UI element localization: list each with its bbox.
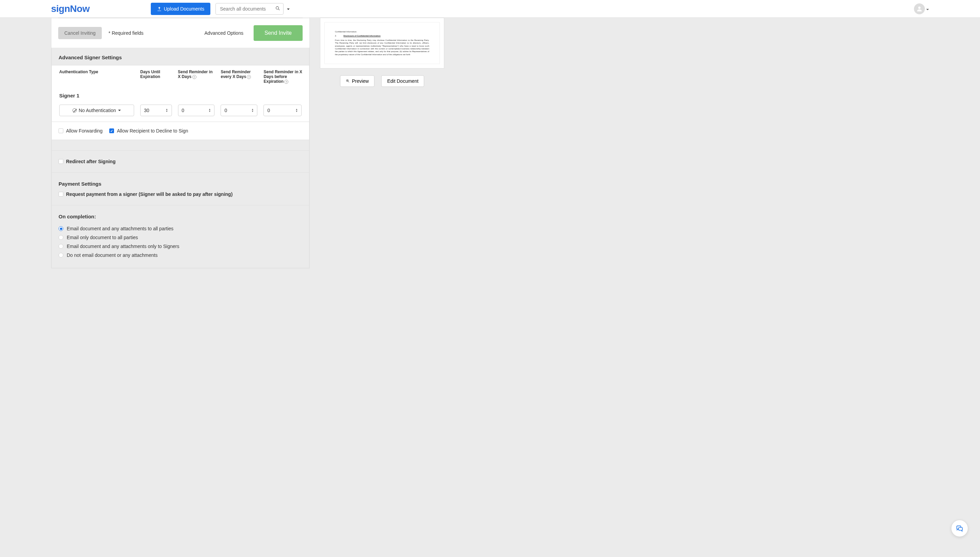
col-reminder-in: Send Reminder in X Days?: [175, 66, 217, 87]
radio-label: Email document and any attachments only …: [67, 244, 179, 249]
doc-item-title: Disclosure of Confidential Information: [344, 34, 381, 37]
completion-option-3[interactable]: Do not email document or any attachments: [58, 251, 302, 260]
preview-actions: Preview Edit Document: [320, 75, 444, 87]
spinner-arrows[interactable]: ▲▼: [295, 108, 298, 112]
preview-button[interactable]: Preview: [340, 75, 375, 87]
edit-document-button[interactable]: Edit Document: [381, 75, 424, 87]
checkbox-icon: [58, 159, 63, 164]
payment-section: Payment Settings Request payment from a …: [52, 173, 309, 205]
radio-icon: [58, 244, 63, 249]
input-value: 0: [224, 107, 227, 113]
radio-label: Email only document to all parties: [67, 235, 138, 240]
signer-settings-table: Authentication Type Days Until Expiratio…: [52, 65, 309, 122]
button-label: Edit Document: [387, 78, 419, 84]
user-menu[interactable]: [914, 3, 929, 14]
reminder-in-x-input[interactable]: 0 ▲▼: [178, 104, 215, 116]
help-icon[interactable]: ?: [192, 75, 196, 79]
col-reminder-every: Send Reminder every X Days?: [218, 66, 260, 87]
input-value: 0: [182, 107, 185, 113]
signer-checkbox-row: Allow Forwarding Allow Recipient to Decl…: [52, 122, 309, 140]
checkbox-label: Redirect after Signing: [66, 159, 115, 164]
authentication-type-select[interactable]: No Authentication: [59, 104, 134, 116]
signer-label: Signer 1: [52, 88, 308, 101]
auth-value: No Authentication: [79, 107, 116, 113]
col-days-exp: Days Until Expiration: [138, 66, 175, 87]
reminder-before-exp-input[interactable]: 0 ▲▼: [263, 104, 302, 116]
search-wrap: [216, 3, 292, 15]
checkbox-icon: [58, 192, 63, 197]
document-page: Confidential Information. 2. Disclosure …: [325, 22, 440, 64]
reminder-every-x-input[interactable]: 0 ▲▼: [221, 104, 257, 116]
upload-label: Upload Documents: [164, 6, 204, 11]
checkbox-label: Allow Forwarding: [66, 128, 102, 134]
app-header: signNow Upload Documents: [0, 0, 980, 18]
no-auth-icon: [73, 108, 76, 112]
spinner-arrows[interactable]: ▲▼: [209, 108, 211, 112]
allow-decline-checkbox[interactable]: Allow Recipient to Decline to Sign: [109, 128, 188, 134]
cancel-inviting-button[interactable]: Cancel Inviting: [58, 27, 102, 39]
svg-line-6: [348, 81, 349, 83]
redirect-section: Redirect after Signing: [52, 150, 309, 173]
allow-forwarding-checkbox[interactable]: Allow Forwarding: [58, 128, 102, 134]
spinner-arrows[interactable]: ▲▼: [166, 108, 168, 112]
checkbox-label: Request payment from a signer (Signer wi…: [66, 191, 232, 197]
radio-label: Do not email document or any attachments: [67, 252, 157, 258]
radio-icon: [58, 226, 63, 231]
doc-para: From time to time, the Disclosing Party …: [335, 39, 429, 56]
col-reminder-before-exp: Send Reminder in X Days before Expiratio…: [261, 66, 308, 87]
upload-documents-button[interactable]: Upload Documents: [151, 3, 210, 15]
caret-down-icon: [118, 110, 121, 111]
completion-option-1[interactable]: Email only document to all parties: [58, 233, 302, 242]
radio-icon: [58, 253, 63, 257]
help-icon[interactable]: ?: [284, 80, 288, 84]
input-value: 30: [144, 107, 149, 113]
checkbox-icon: [58, 129, 63, 133]
radio-icon: [58, 235, 63, 240]
completion-section: On completion: Email document and any at…: [52, 205, 309, 268]
avatar-icon: [914, 3, 925, 14]
caret-down-icon: [926, 6, 929, 11]
request-payment-checkbox[interactable]: Request payment from a signer (Signer wi…: [58, 191, 302, 197]
button-label: Preview: [352, 78, 369, 84]
radio-label: Email document and any attachments to al…: [67, 226, 174, 231]
required-fields-note: * Required fields: [109, 30, 144, 36]
doc-text: Confidential Information.: [335, 30, 429, 33]
doc-item-num: 2.: [335, 34, 337, 37]
search-input[interactable]: [216, 3, 284, 15]
advanced-signer-title: Advanced Signer Settings: [52, 48, 309, 65]
zoom-icon: [346, 79, 350, 83]
days-until-expiration-input[interactable]: 30 ▲▼: [140, 104, 172, 116]
send-invite-button[interactable]: Send Invite: [253, 25, 303, 41]
search-dropdown-button[interactable]: [285, 3, 292, 14]
logo: signNow: [51, 3, 89, 14]
table-row: Signer 1: [52, 88, 308, 101]
advanced-signer-section: Advanced Signer Settings Authentication …: [51, 48, 310, 268]
col-auth-type: Authentication Type: [52, 66, 137, 87]
redirect-after-signing-checkbox[interactable]: Redirect after Signing: [58, 159, 302, 164]
help-icon[interactable]: ?: [247, 75, 251, 79]
input-value: 0: [267, 107, 270, 113]
payment-title: Payment Settings: [58, 181, 302, 187]
action-bar: Cancel Inviting * Required fields Advanc…: [51, 18, 310, 48]
completion-title: On completion:: [58, 213, 302, 219]
spinner-arrows[interactable]: ▲▼: [251, 108, 254, 112]
upload-icon: [157, 7, 162, 11]
caret-down-icon: [287, 8, 290, 10]
svg-point-2: [918, 7, 921, 9]
checkbox-icon: [109, 129, 114, 133]
checkbox-label: Allow Recipient to Decline to Sign: [117, 128, 188, 134]
completion-option-0[interactable]: Email document and any attachments to al…: [58, 224, 302, 233]
document-preview-thumbnail[interactable]: Confidential Information. 2. Disclosure …: [320, 18, 444, 68]
search-box: [216, 3, 284, 15]
table-row: No Authentication 30 ▲▼: [52, 102, 308, 121]
advanced-options-link[interactable]: Advanced Options: [204, 30, 243, 36]
completion-option-2[interactable]: Email document and any attachments only …: [58, 242, 302, 251]
